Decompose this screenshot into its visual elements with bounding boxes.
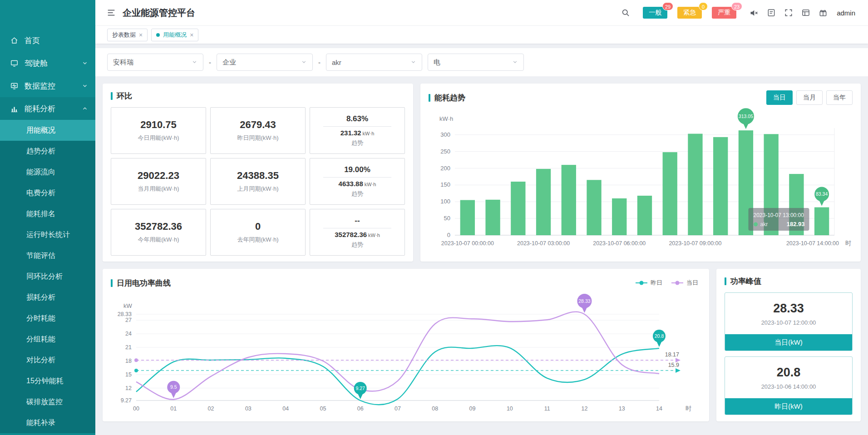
- stat-label: 今日用能(kW·h): [138, 134, 179, 142]
- monitor-icon: [10, 81, 19, 90]
- search-icon[interactable]: [621, 8, 630, 17]
- sidebar-subitem[interactable]: 节能评估: [0, 245, 95, 266]
- peak-box-main: 20.82023-10-06 14:00:00: [725, 357, 852, 398]
- svg-text:时: 时: [845, 240, 851, 247]
- sidebar-subitem[interactable]: 运行时长统计: [0, 224, 95, 245]
- sidebar-subitem[interactable]: 分组耗能: [0, 329, 95, 350]
- alarm-badge-一般[interactable]: 一般29: [643, 7, 667, 19]
- sidebar-item-energy-analysis[interactable]: 能耗分析: [0, 97, 95, 120]
- chart-power-curve[interactable]: 9.2712151821242728.33kW00010203040506070…: [111, 292, 701, 416]
- svg-text:03: 03: [245, 405, 252, 412]
- card-title-peak: 功率峰值: [725, 276, 761, 287]
- sidebar-subitem[interactable]: 电费分析: [0, 183, 95, 203]
- ring-compare-card: 环比 2910.75今日用能(kW·h)2679.43昨日同期(kW·h)8.6…: [103, 84, 413, 262]
- filter-select-4[interactable]: 电: [428, 54, 524, 71]
- sidebar-subitem[interactable]: 损耗分析: [0, 287, 95, 308]
- legend-item-当日[interactable]: 当日: [671, 279, 698, 287]
- svg-text:0: 0: [447, 232, 450, 238]
- header-right: 一般29紧急0严重23 admin: [621, 7, 855, 19]
- svg-text:10: 10: [507, 405, 513, 412]
- svg-text:18: 18: [125, 358, 132, 364]
- svg-text:13: 13: [619, 405, 625, 412]
- stat-cell: 2910.75今日用能(kW·h): [111, 107, 206, 154]
- sidebar-subitem[interactable]: 能耗排名: [0, 203, 95, 224]
- stat-cell: 24388.35上月同期(kW·h): [210, 158, 306, 205]
- sidebar-subitem[interactable]: 分时耗能: [0, 308, 95, 329]
- energy-trend-card: 能耗趋势 当日当月当年 050100150200250300kW·h2023-1…: [420, 84, 861, 262]
- peak-time: 2023-10-07 12:00:00: [761, 319, 816, 326]
- sidebar-subitem[interactable]: 趋势分析: [0, 141, 95, 162]
- trend-cell: 8.63%231.32kW·h趋势: [310, 107, 405, 154]
- period-button-当日[interactable]: 当日: [766, 90, 793, 105]
- submenu-energy-analysis: 用能概况趋势分析能源流向电费分析能耗排名运行时长统计节能评估同环比分析损耗分析分…: [0, 120, 95, 433]
- sidebar-item-home[interactable]: 首页: [0, 29, 95, 52]
- tab-抄表数据[interactable]: 抄表数据×: [107, 29, 148, 41]
- peak-box-当日(kW): 28.332023-10-07 12:00:00当日(kW): [725, 292, 853, 351]
- mute-icon[interactable]: [749, 8, 759, 18]
- power-peak-card: 功率峰值 28.332023-10-07 12:00:00当日(kW)20.82…: [716, 269, 861, 421]
- svg-text:14: 14: [656, 405, 662, 412]
- cockpit-icon: [10, 59, 19, 68]
- svg-text:2023-10-07 09:00:00: 2023-10-07 09:00:00: [669, 240, 721, 247]
- sidebar-item-cockpit[interactable]: 驾驶舱: [0, 52, 95, 74]
- tab-bar: 抄表数据×用能概况×: [95, 25, 868, 44]
- trend-delta: 231.32kW·h: [340, 129, 375, 137]
- sidebar-subitem[interactable]: 同环比分析: [0, 266, 95, 287]
- svg-text:9.5: 9.5: [170, 384, 177, 390]
- sidebar-subitem[interactable]: 15分钟能耗: [0, 371, 95, 391]
- user-name[interactable]: admin: [837, 9, 855, 17]
- tab-close-icon[interactable]: ×: [190, 32, 193, 38]
- sidebar-subitem[interactable]: 碳排放监控: [0, 391, 95, 412]
- trend-percent: --: [323, 216, 391, 228]
- svg-text:313.05: 313.05: [739, 114, 753, 119]
- stat-cell: 0去年同期(kW·h): [210, 209, 306, 256]
- stat-value: 29022.23: [138, 170, 179, 182]
- sidebar-menu: 首页驾驶舱数据监控能耗分析用能概况趋势分析能源流向电费分析能耗排名运行时长统计节…: [0, 0, 95, 433]
- chevron-down-icon: [512, 59, 518, 66]
- svg-text:28.33: 28.33: [118, 311, 132, 317]
- svg-text:200: 200: [440, 165, 450, 172]
- period-button-当月[interactable]: 当月: [796, 90, 823, 105]
- stat-value: 2910.75: [140, 119, 177, 131]
- header-icons-right: [749, 8, 828, 18]
- filter-select-3[interactable]: akr: [326, 54, 422, 71]
- svg-text:12: 12: [125, 385, 132, 391]
- tab-close-icon[interactable]: ×: [139, 32, 143, 38]
- svg-text:9.27: 9.27: [121, 397, 132, 404]
- period-button-当年[interactable]: 当年: [826, 90, 853, 105]
- collapse-menu-icon[interactable]: [106, 8, 116, 18]
- svg-text:04: 04: [282, 405, 289, 412]
- alarm-badge-紧急[interactable]: 紧急0: [677, 7, 702, 19]
- guide-icon[interactable]: [767, 8, 776, 17]
- svg-text:时: 时: [686, 405, 691, 412]
- sidebar-subitem[interactable]: 对比分析: [0, 350, 95, 371]
- fullscreen-icon[interactable]: [784, 8, 793, 17]
- layout-icon[interactable]: [801, 8, 810, 17]
- sidebar-subitem[interactable]: 能耗补录: [0, 412, 95, 433]
- sidebar: 首页驾驶舱数据监控能耗分析用能概况趋势分析能源流向电费分析能耗排名运行时长统计节…: [0, 0, 95, 435]
- filter-select-2[interactable]: 企业: [217, 54, 313, 71]
- title-accent-bar: [725, 277, 726, 285]
- svg-text:12: 12: [581, 405, 587, 412]
- period-switch: 当日当月当年: [766, 90, 853, 105]
- sidebar-subitem[interactable]: 能源流向: [0, 162, 95, 183]
- chart-energy-trend[interactable]: 050100150200250300kW·h2023-10-07 00:00:0…: [429, 108, 853, 255]
- card-title-trend: 能耗趋势: [429, 93, 465, 103]
- trend-label: 趋势: [351, 190, 363, 198]
- tab-用能概况[interactable]: 用能概况×: [151, 29, 198, 41]
- stat-value: 24388.35: [237, 170, 279, 182]
- sidebar-item-label: 数据监控: [25, 81, 55, 91]
- filter-select-1[interactable]: 安科瑞: [107, 54, 203, 71]
- gift-icon[interactable]: [819, 8, 828, 17]
- sidebar-subitem[interactable]: 用能概况: [0, 120, 95, 141]
- trend-label: 趋势: [351, 241, 363, 249]
- svg-text:akr: akr: [760, 221, 768, 227]
- stat-value: 2679.43: [240, 119, 276, 131]
- stat-cell: 352782.36今年用能(kW·h): [111, 209, 206, 256]
- sidebar-item-label: 首页: [25, 35, 40, 46]
- chevron-down-icon: [82, 60, 88, 66]
- sidebar-item-data-monitor[interactable]: 数据监控: [0, 74, 95, 97]
- alarm-badge-严重[interactable]: 严重23: [712, 7, 736, 19]
- title-accent-bar: [111, 279, 113, 287]
- legend-item-昨日[interactable]: 昨日: [636, 279, 662, 287]
